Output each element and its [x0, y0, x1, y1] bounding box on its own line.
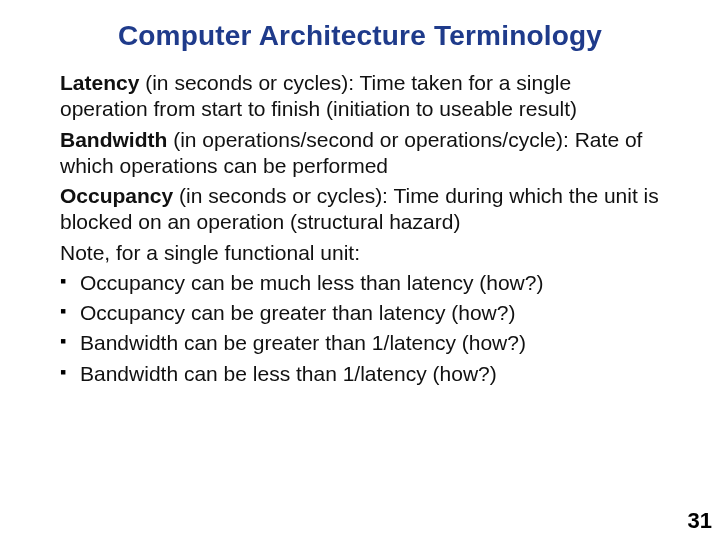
bullet-list: Occupancy can be much less than latency … — [60, 270, 660, 387]
note-line: Note, for a single functional unit: — [60, 240, 660, 266]
term-latency: Latency — [60, 71, 139, 94]
list-item: Bandwidth can be greater than 1/latency … — [60, 330, 660, 356]
slide-title: Computer Architecture Terminology — [0, 0, 720, 62]
term-occupancy: Occupancy — [60, 184, 173, 207]
list-item: Occupancy can be greater than latency (h… — [60, 300, 660, 326]
definition-occupancy: Occupancy (in seconds or cycles): Time d… — [60, 183, 660, 236]
definition-latency: Latency (in seconds or cycles): Time tak… — [60, 70, 660, 123]
slide-body: Latency (in seconds or cycles): Time tak… — [0, 62, 720, 387]
page-number: 31 — [688, 508, 712, 534]
term-bandwidth: Bandwidth — [60, 128, 167, 151]
slide: Computer Architecture Terminology Latenc… — [0, 0, 720, 540]
list-item: Occupancy can be much less than latency … — [60, 270, 660, 296]
definition-bandwidth: Bandwidth (in operations/second or opera… — [60, 127, 660, 180]
list-item: Bandwidth can be less than 1/latency (ho… — [60, 361, 660, 387]
